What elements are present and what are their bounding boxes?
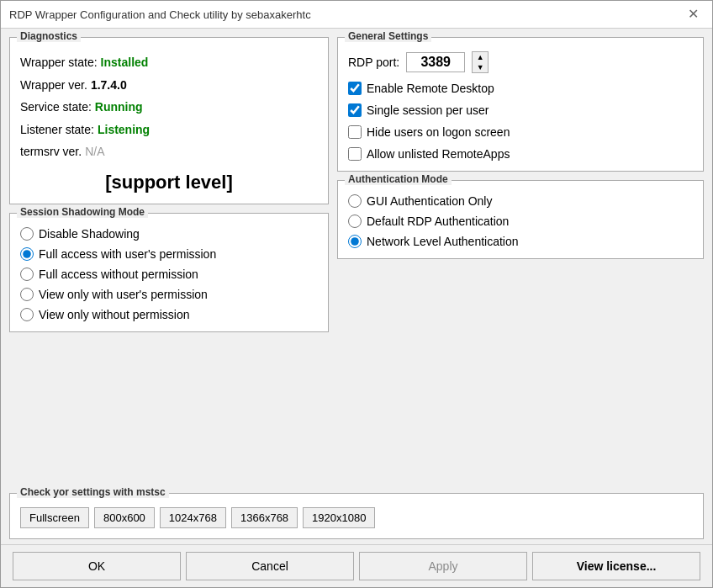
diag-label-service-state: Service state: [20, 96, 92, 119]
shadowing-full-noperm-radio[interactable] [20, 268, 34, 281]
view-license-button[interactable]: View license... [532, 552, 700, 580]
shadowing-view-user[interactable]: View only with user's permission [20, 288, 318, 301]
res-fullscreen-button[interactable]: Fullscreen [20, 507, 89, 528]
shadowing-view-user-radio[interactable] [20, 288, 34, 301]
auth-gui[interactable]: GUI Authentication Only [348, 194, 693, 208]
shadowing-view-user-label: View only with user's permission [39, 288, 208, 301]
shadowing-disable-label: Disable Shadowing [39, 227, 140, 241]
diag-label-listener-state: Listener state: [20, 119, 94, 141]
cancel-button[interactable]: Cancel [186, 552, 354, 580]
shadowing-full-user[interactable]: Full access with user's permission [20, 247, 318, 261]
diag-value-service-state: Running [95, 96, 143, 119]
diag-row-wrapper-state: Wrapper state: Installed [20, 51, 318, 74]
res-1920x1080-button[interactable]: 1920x1080 [303, 507, 375, 528]
ok-button[interactable]: OK [13, 552, 181, 580]
general-settings-title: General Settings [345, 30, 431, 42]
rdp-port-up-button[interactable]: ▲ [473, 52, 488, 62]
apply-button[interactable]: Apply [359, 552, 527, 580]
window-title: RDP Wrapper Configuration and Check util… [9, 8, 311, 21]
diag-value-listener-state: Listening [98, 119, 150, 141]
auth-nla[interactable]: Network Level Authentication [348, 235, 693, 248]
rdp-port-row: RDP port: ▲ ▼ [348, 51, 693, 73]
diag-row-listener-state: Listener state: Listening [20, 119, 318, 141]
shadowing-view-noperm-label: View only without permission [39, 308, 190, 321]
shadowing-full-noperm[interactable]: Full access without permission [20, 268, 318, 281]
allow-unlisted-label: Allow unlisted RemoteApps [367, 147, 510, 161]
shadowing-view-noperm-radio[interactable] [20, 308, 34, 321]
auth-nla-label: Network Level Authentication [367, 235, 519, 248]
shadowing-view-noperm[interactable]: View only without permission [20, 308, 318, 321]
resolution-row: Fullscreen 800x600 1024x768 1366x768 192… [20, 507, 693, 528]
enable-rdp-label: Enable Remote Desktop [367, 82, 494, 95]
hide-users-label: Hide users on logon screen [367, 125, 510, 139]
single-session-input[interactable] [348, 103, 362, 117]
enable-rdp-input[interactable] [348, 82, 362, 95]
auth-rdp[interactable]: Default RDP Authentication [348, 215, 693, 228]
shadowing-full-user-label: Full access with user's permission [39, 247, 216, 261]
authentication-group: GUI Authentication Only Default RDP Auth… [348, 194, 693, 248]
diag-label-wrapper-state: Wrapper state: [20, 51, 98, 74]
allow-unlisted-input[interactable] [348, 147, 362, 161]
support-level: [support level] [20, 172, 318, 193]
enable-rdp-checkbox[interactable]: Enable Remote Desktop [348, 82, 693, 95]
auth-gui-radio[interactable] [348, 194, 362, 208]
main-content: Diagnostics Wrapper state: Installed Wra… [1, 29, 712, 493]
diag-row-wrapper-ver: Wrapper ver. 1.7.4.0 [20, 74, 318, 97]
check-settings-section: Check yor settings with mstsc Fullscreen… [9, 493, 704, 539]
left-panel: Diagnostics Wrapper state: Installed Wra… [9, 37, 329, 485]
res-800x600-button[interactable]: 800x600 [94, 507, 155, 528]
check-settings-title: Check yor settings with mstsc [17, 486, 169, 498]
diag-label-wrapper-ver: Wrapper ver. [20, 74, 87, 97]
shadowing-disable[interactable]: Disable Shadowing [20, 227, 318, 241]
rdp-port-label: RDP port: [348, 56, 399, 69]
hide-users-checkbox[interactable]: Hide users on logon screen [348, 125, 693, 139]
footer: OK Cancel Apply View license... [1, 544, 712, 587]
main-window: RDP Wrapper Configuration and Check util… [0, 0, 713, 588]
res-1024x768-button[interactable]: 1024x768 [160, 507, 226, 528]
single-session-checkbox[interactable]: Single session per user [348, 103, 693, 117]
diag-value-wrapper-ver: 1.7.4.0 [91, 74, 127, 97]
single-session-label: Single session per user [367, 103, 489, 117]
rdp-port-input[interactable] [406, 52, 465, 72]
authentication-section: Authentication Mode GUI Authentication O… [337, 180, 704, 259]
diag-label-termsrv-ver: termsrv ver. [20, 140, 82, 163]
diag-value-termsrv-ver: N/A [85, 140, 104, 163]
diagnostics-content: Wrapper state: Installed Wrapper ver. 1.… [20, 51, 318, 163]
session-shadowing-group: Disable Shadowing Full access with user'… [20, 227, 318, 321]
auth-rdp-label: Default RDP Authentication [367, 215, 509, 228]
session-shadowing-title: Session Shadowing Mode [17, 206, 148, 218]
title-bar: RDP Wrapper Configuration and Check util… [1, 1, 712, 29]
auth-rdp-radio[interactable] [348, 215, 362, 228]
authentication-title: Authentication Mode [345, 173, 452, 185]
diagnostics-title: Diagnostics [17, 30, 81, 42]
rdp-port-down-button[interactable]: ▼ [473, 62, 488, 72]
allow-unlisted-checkbox[interactable]: Allow unlisted RemoteApps [348, 147, 693, 161]
res-1366x768-button[interactable]: 1366x768 [231, 507, 298, 528]
general-settings-section: General Settings RDP port: ▲ ▼ Enable Re… [337, 37, 704, 172]
auth-gui-label: GUI Authentication Only [367, 194, 492, 208]
close-button[interactable]: ✕ [683, 6, 704, 23]
shadowing-disable-radio[interactable] [20, 227, 34, 241]
diagnostics-section: Diagnostics Wrapper state: Installed Wra… [9, 37, 329, 204]
auth-nla-radio[interactable] [348, 235, 362, 248]
shadowing-full-noperm-label: Full access without permission [39, 268, 198, 281]
general-settings-checkboxes: Enable Remote Desktop Single session per… [348, 82, 693, 161]
rdp-port-spinner: ▲ ▼ [472, 51, 489, 73]
diag-value-wrapper-state: Installed [101, 51, 149, 74]
diag-row-termsrv-ver: termsrv ver. N/A [20, 140, 318, 163]
hide-users-input[interactable] [348, 125, 362, 139]
session-shadowing-section: Session Shadowing Mode Disable Shadowing… [9, 213, 329, 332]
right-panel: General Settings RDP port: ▲ ▼ Enable Re… [337, 37, 704, 485]
shadowing-full-user-radio[interactable] [20, 247, 34, 261]
diag-row-service-state: Service state: Running [20, 96, 318, 119]
